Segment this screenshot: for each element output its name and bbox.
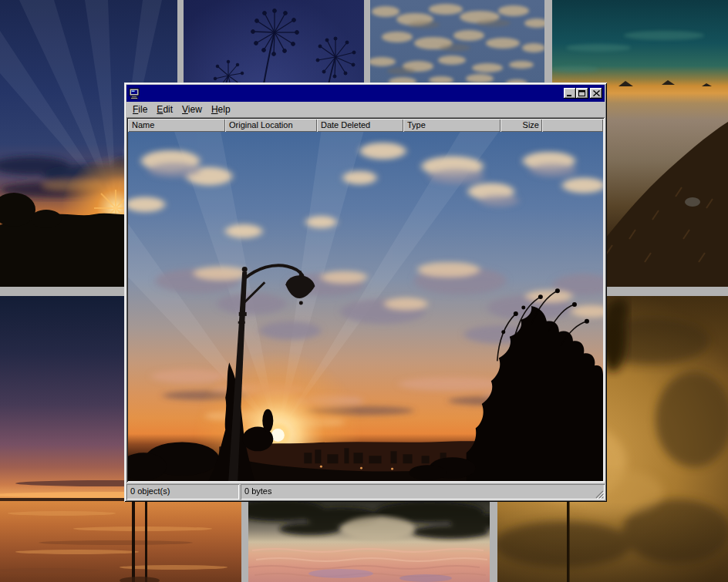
- column-header-empty[interactable]: [542, 119, 603, 132]
- column-header-row: Name Original Location Date Deleted Type…: [128, 119, 603, 132]
- window-computer-icon: [129, 88, 141, 99]
- close-button[interactable]: [590, 88, 602, 99]
- column-header-name[interactable]: Name: [128, 119, 225, 132]
- resize-grip-icon[interactable]: [594, 489, 604, 499]
- menu-file[interactable]: File: [128, 103, 152, 117]
- column-header-size[interactable]: Size: [501, 119, 542, 132]
- file-list-view[interactable]: Name Original Location Date Deleted Type…: [126, 117, 605, 483]
- maximize-button[interactable]: [576, 88, 588, 99]
- menu-help[interactable]: Help: [207, 103, 235, 117]
- status-bar: 0 object(s) 0 bytes: [126, 484, 605, 500]
- status-object-count: 0 object(s): [126, 484, 239, 500]
- window-titlebar[interactable]: [126, 85, 605, 102]
- status-total-size: 0 bytes: [241, 484, 605, 500]
- column-header-original-location[interactable]: Original Location: [225, 119, 317, 132]
- menu-view[interactable]: View: [177, 103, 207, 117]
- menu-bar: File Edit View Help: [126, 102, 605, 117]
- column-header-type[interactable]: Type: [403, 119, 501, 132]
- column-header-date-deleted[interactable]: Date Deleted: [317, 119, 403, 132]
- desktop-wallpaper: File Edit View Help Name Original Locati…: [0, 0, 728, 582]
- window-content-photo[interactable]: [128, 132, 603, 481]
- menu-edit[interactable]: Edit: [152, 103, 177, 117]
- minimize-button[interactable]: [564, 88, 576, 99]
- recycle-bin-window: File Edit View Help Name Original Locati…: [124, 82, 607, 502]
